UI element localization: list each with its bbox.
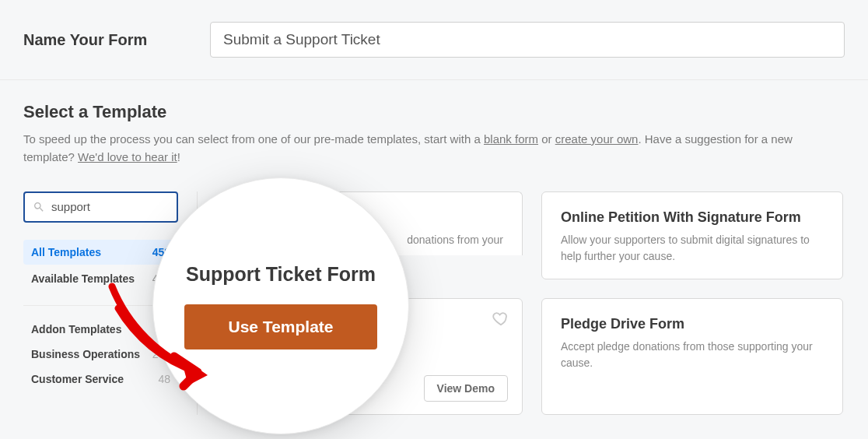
body: Select a Template To speed up the proces… [0,80,868,415]
category-label: Customer Service [31,373,124,385]
template-card-pledge[interactable]: Pledge Drive Form Accept pledge donation… [541,298,843,415]
search-icon [33,201,45,213]
card-title: Online Petition With Signature Form [561,209,824,226]
desc-text: To speed up the process you can select f… [23,132,484,146]
name-form-label: Name Your Form [23,31,210,49]
search-input[interactable] [51,200,199,213]
magnifier-callout: Support Ticket Form Use Template [152,177,409,434]
category-label: Addon Templates [31,323,121,335]
support-ticket-title: Support Ticket Form [181,263,380,286]
desc-text: or [538,132,555,146]
use-template-button[interactable]: Use Template [184,304,377,349]
category-count: 48 [158,373,170,385]
header-bar: Name Your Form [0,0,868,80]
filter-label: All Templates [31,246,101,258]
suggest-link[interactable]: We'd love to hear it [78,150,177,163]
desc-text: ! [177,150,180,163]
filter-label: Available Templates [31,272,135,285]
filter-all-templates[interactable]: All Templates 458 [23,240,178,265]
form-name-input[interactable] [210,22,845,58]
category-label: Business Operations [31,348,140,360]
card-desc: Accept pledge donations from those suppo… [561,339,824,371]
create-own-link[interactable]: create your own [555,132,639,146]
category-business-operations[interactable]: Business Operations 246 [23,342,178,367]
search-wrap[interactable] [23,191,178,223]
view-demo-button[interactable]: View Demo [424,375,508,402]
blank-form-link[interactable]: blank form [484,132,538,146]
card-desc: Allow your supporters to submit digital … [561,232,824,265]
category-customer-service[interactable]: Customer Service 48 [23,367,178,392]
section-description: To speed up the process you can select f… [23,130,845,167]
section-title: Select a Template [23,102,845,122]
card-title: Pledge Drive Form [561,316,824,332]
template-card-petition[interactable]: Online Petition With Signature Form Allo… [541,191,843,279]
favorite-icon[interactable] [492,310,509,330]
content-columns: All Templates 458 Available Templates 45… [23,191,845,415]
